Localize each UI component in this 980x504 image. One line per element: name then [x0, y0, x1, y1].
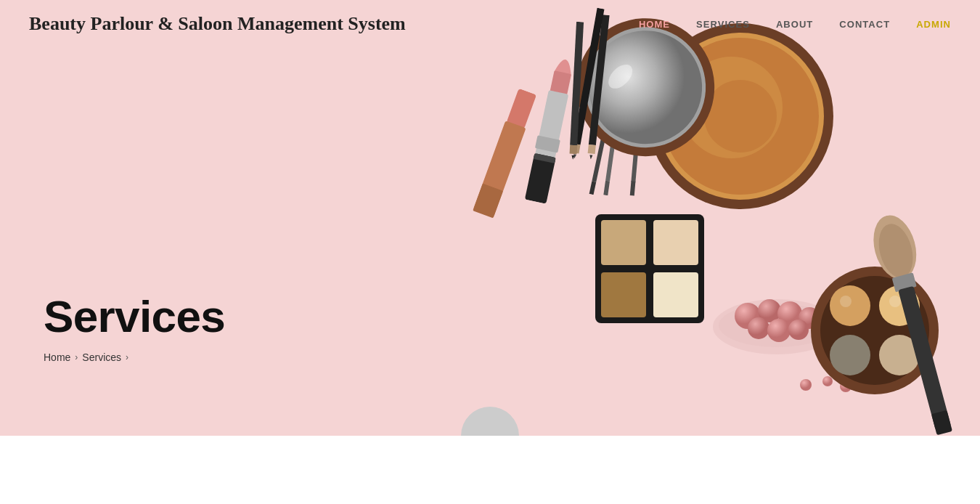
- nav-item-contact[interactable]: CONTACT: [839, 19, 890, 30]
- breadcrumb-current: Services: [82, 351, 121, 363]
- svg-marker-81: [589, 155, 593, 159]
- svg-rect-86: [570, 145, 578, 155]
- nav-item-services[interactable]: SERVICES: [696, 19, 750, 30]
- nav-item-about[interactable]: ABOUT: [776, 19, 813, 30]
- svg-rect-39: [589, 181, 597, 195]
- navbar: Beauty Parlour & Saloon Management Syste…: [0, 0, 980, 48]
- hero-content: Services Home › Services ›: [44, 292, 225, 363]
- svg-rect-78: [931, 410, 952, 436]
- svg-rect-50: [601, 220, 646, 265]
- svg-rect-51: [653, 220, 698, 265]
- svg-point-61: [767, 319, 791, 342]
- breadcrumb-home-link[interactable]: Home: [44, 351, 70, 363]
- svg-rect-31: [603, 181, 610, 196]
- svg-point-62: [788, 320, 809, 340]
- svg-rect-35: [630, 181, 636, 195]
- svg-point-72: [840, 296, 852, 307]
- nav-item-admin[interactable]: ADMIN: [916, 19, 951, 30]
- svg-rect-53: [653, 272, 698, 317]
- nav-menu: HOME SERVICES ABOUT CONTACT ADMIN: [639, 17, 951, 31]
- svg-point-70: [830, 335, 870, 375]
- svg-rect-52: [601, 272, 646, 317]
- svg-point-68: [830, 285, 870, 326]
- nav-item-home[interactable]: HOME: [639, 19, 670, 30]
- svg-rect-80: [588, 145, 596, 154]
- svg-point-60: [748, 317, 769, 339]
- hero-section: Services Home › Services ›: [0, 0, 980, 436]
- breadcrumb: Home › Services ›: [44, 351, 225, 363]
- breadcrumb-chevron-1: ›: [75, 352, 78, 362]
- svg-rect-77: [898, 286, 951, 431]
- brand-logo[interactable]: Beauty Parlour & Saloon Management Syste…: [29, 13, 406, 35]
- breadcrumb-chevron-2: ›: [126, 352, 128, 362]
- hero-cosmetics: [327, 0, 980, 436]
- svg-marker-87: [571, 155, 574, 160]
- page-title: Services: [44, 292, 225, 341]
- svg-rect-24: [534, 90, 568, 166]
